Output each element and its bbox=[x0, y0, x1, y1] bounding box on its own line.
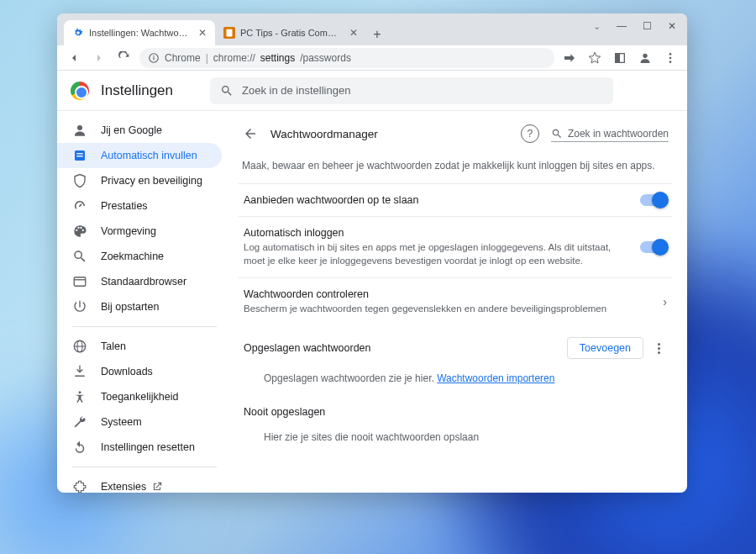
url-scheme-label: Chrome bbox=[165, 52, 201, 64]
sidebar-item-autofill[interactable]: Automatisch invullen bbox=[57, 143, 222, 168]
settings-sidebar: Jij en Google Automatisch invullen Priva… bbox=[57, 111, 232, 493]
svg-rect-6 bbox=[616, 53, 620, 62]
sidebar-label: Talen bbox=[101, 340, 126, 352]
sidebar-label: Prestaties bbox=[101, 200, 148, 212]
chevron-right-icon: › bbox=[663, 295, 667, 309]
url-host: chrome:// bbox=[213, 52, 255, 64]
tab-settings[interactable]: Instellingen: Wachtwoordmanag ✕ bbox=[64, 20, 215, 45]
close-icon[interactable]: ✕ bbox=[198, 27, 207, 39]
toggle-auto-signin[interactable] bbox=[640, 241, 667, 253]
chevron-down-icon[interactable]: ⌄ bbox=[585, 17, 608, 35]
svg-point-8 bbox=[669, 53, 672, 55]
main-header: Wachtwoordmanager ? Zoek in wachtwoorden bbox=[239, 118, 672, 155]
svg-rect-3 bbox=[153, 56, 154, 60]
saved-passwords-header: Opgeslagen wachtwoorden Toevoegen bbox=[239, 325, 672, 362]
sidebar-label: Bij opstarten bbox=[101, 301, 159, 313]
url-suffix: /passwords bbox=[300, 52, 351, 64]
url-settings: settings bbox=[260, 52, 295, 64]
profile-icon[interactable] bbox=[635, 48, 655, 68]
saved-passwords-empty: Opgeslagen wachtwoorden zie je hier. Wac… bbox=[239, 362, 672, 394]
never-saved-header: Nooit opgeslagen bbox=[239, 394, 672, 421]
maximize-button[interactable]: ☐ bbox=[635, 17, 659, 35]
close-icon[interactable]: ✕ bbox=[349, 27, 358, 39]
shield-icon bbox=[72, 173, 87, 188]
close-window-button[interactable]: ✕ bbox=[660, 17, 684, 35]
empty-text: Opgeslagen wachtwoorden zie je hier. bbox=[264, 372, 437, 384]
import-passwords-link[interactable]: Wachtwoorden importeren bbox=[437, 372, 554, 384]
sidebar-label: Vormgeving bbox=[101, 225, 156, 237]
tab-strip: Instellingen: Wachtwoordmanag ✕ PC Tips … bbox=[57, 13, 388, 45]
globe-icon bbox=[72, 339, 87, 354]
reset-icon bbox=[72, 440, 87, 455]
site-favicon bbox=[223, 27, 235, 39]
settings-search[interactable]: Zoek in de instellingen bbox=[210, 77, 613, 104]
sidebar-item-languages[interactable]: Talen bbox=[57, 334, 222, 359]
palette-icon bbox=[72, 224, 87, 239]
settings-main: Wachtwoordmanager ? Zoek in wachtwoorden… bbox=[232, 111, 687, 493]
reload-button[interactable] bbox=[114, 48, 134, 68]
menu-icon[interactable] bbox=[660, 48, 680, 68]
external-link-icon bbox=[151, 481, 163, 493]
tab-pctips[interactable]: PC Tips - Gratis Computer Tips. ✕ bbox=[215, 20, 366, 45]
setting-sublabel: Bescherm je wachtwoorden tegen gegevensl… bbox=[244, 302, 649, 315]
setting-offer-save: Aanbieden wachtwoorden op te slaan bbox=[239, 183, 672, 216]
reading-list-icon[interactable] bbox=[610, 48, 630, 68]
divider bbox=[72, 467, 217, 467]
password-search-placeholder: Zoek in wachtwoorden bbox=[568, 128, 669, 140]
new-tab-button[interactable]: + bbox=[366, 24, 388, 45]
sidebar-item-default-browser[interactable]: Standaardbrowser bbox=[57, 269, 222, 294]
search-icon bbox=[72, 249, 87, 264]
sidebar-item-search-engine[interactable]: Zoekmachine bbox=[57, 244, 222, 269]
sidebar-label: Privacy en beveiliging bbox=[101, 175, 202, 187]
password-search[interactable]: Zoek in wachtwoorden bbox=[551, 126, 669, 142]
person-icon bbox=[72, 123, 87, 138]
back-button[interactable] bbox=[64, 48, 84, 68]
bookmark-icon[interactable] bbox=[585, 48, 605, 68]
sidebar-item-appearance[interactable]: Vormgeving bbox=[57, 219, 222, 244]
svg-point-10 bbox=[669, 61, 672, 63]
svg-point-9 bbox=[669, 56, 672, 59]
page-title: Instellingen bbox=[101, 82, 173, 99]
minimize-button[interactable]: ― bbox=[610, 17, 633, 35]
svg-rect-15 bbox=[74, 277, 86, 287]
sidebar-label: Downloads bbox=[101, 366, 153, 377]
svg-rect-4 bbox=[153, 55, 154, 56]
sidebar-label: Standaardbrowser bbox=[101, 276, 186, 288]
sidebar-item-downloads[interactable]: Downloads bbox=[57, 359, 222, 384]
sidebar-item-privacy[interactable]: Privacy en beveiliging bbox=[57, 168, 222, 193]
intro-text: Maak, bewaar en beheer je wachtwoorden z… bbox=[239, 155, 672, 183]
site-info-icon[interactable] bbox=[148, 52, 160, 64]
help-icon[interactable]: ? bbox=[521, 124, 539, 143]
sidebar-item-accessibility[interactable]: Toegankelijkheid bbox=[57, 384, 222, 409]
svg-point-11 bbox=[77, 125, 82, 130]
speed-icon bbox=[72, 198, 87, 214]
download-icon bbox=[72, 364, 87, 379]
autofill-icon bbox=[72, 148, 87, 163]
never-saved-empty: Hier zie je sites die nooit wachtwoorden… bbox=[239, 421, 672, 453]
sidebar-item-you-and-google[interactable]: Jij en Google bbox=[57, 118, 222, 143]
toggle-offer-save[interactable] bbox=[640, 194, 667, 206]
search-icon bbox=[220, 84, 234, 98]
address-bar[interactable]: Chrome | chrome://settings/passwords bbox=[139, 48, 554, 68]
forward-button[interactable] bbox=[89, 48, 109, 68]
tab-title: Instellingen: Wachtwoordmanag bbox=[89, 28, 190, 38]
never-saved-title: Nooit opgeslagen bbox=[244, 406, 325, 418]
sidebar-item-performance[interactable]: Prestaties bbox=[57, 193, 222, 219]
sidebar-item-reset[interactable]: Instellingen resetten bbox=[57, 435, 222, 460]
sidebar-label: Automatisch invullen bbox=[101, 150, 197, 161]
setting-check-passwords[interactable]: Wachtwoorden controleren Bescherm je wac… bbox=[239, 277, 672, 325]
more-options-button[interactable] bbox=[650, 343, 667, 354]
setting-sublabel: Log automatisch in bij sites en apps met… bbox=[244, 240, 627, 267]
section-title: Wachtwoordmanager bbox=[270, 128, 378, 140]
sidebar-item-system[interactable]: Systeem bbox=[57, 409, 222, 435]
add-password-button[interactable]: Toevoegen bbox=[567, 337, 643, 359]
sidebar-label: Zoekmachine bbox=[101, 251, 164, 262]
settings-header: Instellingen Zoek in de instellingen bbox=[57, 71, 687, 111]
titlebar: Instellingen: Wachtwoordmanag ✕ PC Tips … bbox=[57, 13, 687, 45]
sidebar-item-extensions[interactable]: Extensies bbox=[57, 474, 222, 493]
sidebar-item-on-startup[interactable]: Bij opstarten bbox=[57, 294, 222, 319]
back-arrow-button[interactable] bbox=[242, 125, 259, 142]
chrome-logo-icon bbox=[71, 82, 89, 100]
share-icon[interactable] bbox=[559, 48, 580, 68]
browser-toolbar: Chrome | chrome://settings/passwords bbox=[57, 45, 687, 71]
